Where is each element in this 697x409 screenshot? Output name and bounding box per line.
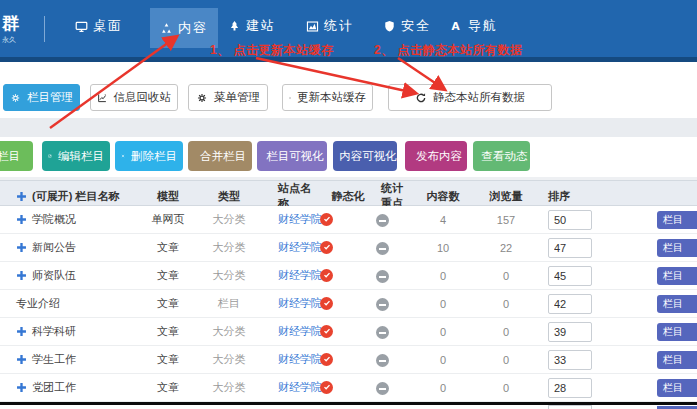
expand-row-control[interactable] bbox=[16, 270, 27, 281]
static-on-icon[interactable] bbox=[320, 213, 333, 226]
action-button-label: 复制栏目 bbox=[0, 149, 20, 164]
expand-row-control[interactable] bbox=[16, 354, 27, 365]
plus-icon bbox=[16, 242, 27, 253]
header-name-cell: (可展开) 栏目名称 bbox=[0, 189, 140, 204]
row-action-button[interactable]: 栏目 bbox=[657, 379, 697, 397]
column-count: 0 bbox=[408, 298, 478, 310]
site-link[interactable]: 财经学院 bbox=[262, 324, 320, 339]
column-type: 大分类 bbox=[196, 268, 262, 283]
expand-row-control[interactable] bbox=[16, 326, 27, 337]
stat-off-icon[interactable] bbox=[376, 242, 389, 255]
row-action-button[interactable]: 栏目 bbox=[657, 239, 697, 257]
plus-icon bbox=[16, 326, 27, 337]
row-action-button[interactable]: 栏目 bbox=[657, 295, 697, 313]
nav-item-3[interactable]: 建站 bbox=[228, 12, 276, 40]
action-button-3[interactable]: 删除栏目 bbox=[115, 141, 183, 171]
column-count: 0 bbox=[408, 326, 478, 338]
stat-status-cell bbox=[376, 352, 408, 368]
column-model: 文章 bbox=[140, 324, 196, 339]
sort-input[interactable] bbox=[548, 350, 592, 370]
nav-item-5[interactable]: 安全 bbox=[383, 12, 431, 40]
sort-cell bbox=[534, 210, 612, 230]
nav-item-1[interactable]: 桌面 bbox=[75, 12, 123, 40]
sort-cell bbox=[534, 266, 612, 286]
static-on-icon[interactable] bbox=[320, 353, 333, 366]
stat-off-icon[interactable] bbox=[376, 270, 389, 283]
row-action-button[interactable]: 栏目 bbox=[657, 351, 697, 369]
row-action-button[interactable]: 栏目 bbox=[657, 323, 697, 341]
row-action-button[interactable]: 栏目 bbox=[657, 267, 697, 285]
column-name: 学院概况 bbox=[32, 212, 76, 227]
column-name-cell: 学院概况 bbox=[0, 212, 140, 227]
toolbar-button-1[interactable]: 栏目管理 bbox=[3, 84, 80, 111]
check-icon bbox=[322, 326, 332, 336]
expand-row-control[interactable] bbox=[16, 214, 27, 225]
sort-input[interactable] bbox=[548, 266, 592, 286]
site-link[interactable]: 财经学院 bbox=[262, 240, 320, 255]
stat-off-icon[interactable] bbox=[376, 298, 389, 311]
static-status-cell bbox=[320, 353, 376, 367]
toolbar-button-4[interactable]: 更新本站缓存 bbox=[282, 84, 373, 111]
action-button-label: 合并栏目 bbox=[200, 149, 246, 164]
column-views: 0 bbox=[478, 354, 534, 366]
toolbar-button-2[interactable]: 信息回收站 bbox=[90, 84, 178, 111]
column-views: 0 bbox=[478, 298, 534, 310]
action-button-7[interactable]: 发布内容 bbox=[405, 141, 467, 171]
stat-status-cell bbox=[376, 212, 408, 228]
sort-input[interactable] bbox=[548, 322, 592, 342]
action-button-4[interactable]: 合并栏目 bbox=[188, 141, 252, 171]
expand-row-control[interactable] bbox=[16, 242, 27, 253]
sort-input[interactable] bbox=[548, 238, 592, 258]
column-model: 文章 bbox=[140, 268, 196, 283]
sort-cell bbox=[534, 378, 612, 398]
chart-line-icon bbox=[97, 92, 108, 104]
site-link[interactable]: 财经学院 bbox=[262, 296, 320, 311]
site-link[interactable]: 财经学院 bbox=[262, 268, 320, 283]
desktop-icon bbox=[75, 20, 88, 33]
minus-icon bbox=[379, 332, 386, 334]
expand-all-plus-icon[interactable] bbox=[16, 191, 27, 202]
nav-item-6[interactable]: A导航 bbox=[450, 12, 498, 40]
nav-item-2[interactable]: 内容 bbox=[150, 8, 218, 48]
bottom-divider-line bbox=[0, 402, 697, 405]
site-link[interactable]: 财经学院 bbox=[262, 380, 320, 395]
stat-off-icon[interactable] bbox=[376, 354, 389, 367]
action-button-label: 查看动态 bbox=[482, 149, 528, 164]
static-on-icon[interactable] bbox=[320, 325, 333, 338]
expand-row-control[interactable] bbox=[16, 382, 27, 393]
toolbar-button-5[interactable]: 静态本站所有数据 bbox=[388, 84, 552, 111]
site-link[interactable]: 财经学院 bbox=[262, 352, 320, 367]
column-type: 大分类 bbox=[196, 324, 262, 339]
action-button-8[interactable]: 查看动态 bbox=[473, 141, 530, 171]
nav-item-4[interactable]: 统计 bbox=[306, 12, 354, 40]
top-navbar: 群 永久 桌面内容建站统计安全A导航 1、 点击更新本站缓存 2、 点击静态本站… bbox=[0, 0, 697, 57]
column-model: 文章 bbox=[140, 240, 196, 255]
stat-off-icon[interactable] bbox=[376, 214, 389, 227]
static-on-icon[interactable] bbox=[320, 297, 333, 310]
static-on-icon[interactable] bbox=[320, 241, 333, 254]
sort-input[interactable] bbox=[548, 378, 592, 398]
static-status-cell bbox=[320, 241, 376, 255]
site-link[interactable]: 财经学院 bbox=[262, 212, 320, 227]
action-button-6[interactable]: 内容可视化 bbox=[333, 141, 397, 171]
sort-input[interactable] bbox=[548, 294, 592, 314]
toolbar-button-label: 信息回收站 bbox=[114, 90, 172, 105]
action-button-5[interactable]: 栏目可视化 bbox=[257, 141, 327, 171]
tree-icon bbox=[228, 20, 241, 33]
column-name: 科学科研 bbox=[32, 324, 76, 339]
action-button-1[interactable]: 复制栏目 bbox=[0, 141, 33, 171]
stat-off-icon[interactable] bbox=[376, 382, 389, 395]
sort-input[interactable] bbox=[548, 210, 592, 230]
row-action-button[interactable]: 栏目 bbox=[657, 211, 697, 229]
action-button-2[interactable]: 编辑栏目 bbox=[42, 141, 110, 171]
plus-icon bbox=[16, 382, 27, 393]
table-body: 学院概况单网页大分类财经学院4157栏目新闻公告文章大分类财经学院1022栏目师… bbox=[0, 206, 697, 402]
plus-icon bbox=[16, 191, 27, 202]
static-on-icon[interactable] bbox=[320, 269, 333, 282]
nav-item-label: 安全 bbox=[401, 17, 431, 35]
toolbar-button-3[interactable]: 菜单管理 bbox=[188, 84, 268, 111]
sort-cell bbox=[534, 322, 612, 342]
toolbar-button-label: 静态本站所有数据 bbox=[433, 90, 525, 105]
stat-off-icon[interactable] bbox=[376, 326, 389, 339]
static-on-icon[interactable] bbox=[320, 381, 333, 394]
